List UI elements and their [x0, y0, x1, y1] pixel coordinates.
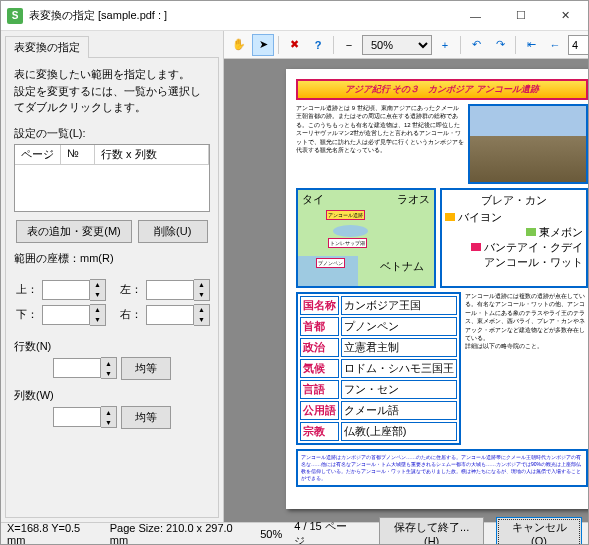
first-page-icon[interactable]: ⇤: [520, 34, 542, 56]
cancel-button-footer[interactable]: キャンセル(Q): [496, 517, 582, 545]
bottom-input[interactable]: [42, 305, 90, 325]
minimize-button[interactable]: —: [453, 1, 498, 31]
cols-spin-up[interactable]: ▲: [101, 407, 116, 417]
col-page[interactable]: ページ: [15, 145, 61, 164]
prev-page-icon[interactable]: ←: [544, 34, 566, 56]
left-spin-up[interactable]: ▲: [194, 280, 209, 290]
tab-table-convert[interactable]: 表変換の指定: [5, 36, 89, 58]
right-spin-up[interactable]: ▲: [194, 305, 209, 315]
doc-map: タイ ラオス ベトナム アンコール遺跡 トンレサップ湖 プノンペン: [296, 188, 436, 288]
doc-para1: アンコール遺跡とは 9 世紀頃、東南アジアにあったクメール王朝首都の跡。またはそ…: [296, 104, 464, 184]
rows-even-button[interactable]: 均等: [121, 357, 171, 380]
rows-input[interactable]: [53, 358, 101, 378]
zoom-select[interactable]: 50%: [362, 35, 432, 55]
left-label: 左：: [118, 282, 142, 297]
rotate-left-icon[interactable]: ↶: [465, 34, 487, 56]
doc-photo: [468, 104, 588, 184]
window-title: 表変換の指定 [sample.pdf : ]: [29, 8, 453, 23]
settings-list-label: 設定の一覧(L):: [14, 126, 210, 141]
document-area[interactable]: アジア紀行 その３ カンボジア アンコール遺跡 アンコール遺跡とは 9 世紀頃、…: [224, 59, 588, 522]
left-input[interactable]: [146, 280, 194, 300]
left-spin-down[interactable]: ▼: [194, 290, 209, 300]
rows-label: 行数(N): [14, 339, 210, 354]
right-label: 右：: [118, 307, 142, 322]
doc-para2: アンコール遺跡には複数の遺跡が点在している。有名なアンコール・ワットの他、アンコ…: [465, 292, 588, 445]
doc-legend: ブレア・カン バイヨン 東メボン バンテアイ・クデイ アンコール・ワット: [440, 188, 588, 288]
rows-spin-up[interactable]: ▲: [101, 358, 116, 368]
zoom-in-icon[interactable]: +: [434, 34, 456, 56]
top-input[interactable]: [42, 280, 90, 300]
close-button[interactable]: ✕: [543, 1, 588, 31]
add-edit-table-button[interactable]: 表の追加・変更(M): [16, 220, 132, 243]
status-xy: X=168.8 Y=0.5 mm: [7, 522, 98, 546]
bottom-label: 下：: [14, 307, 38, 322]
delete-button[interactable]: 削除(U): [138, 220, 208, 243]
bottom-spin-down[interactable]: ▼: [90, 315, 105, 325]
description-text: 表に変換したい範囲を指定します。 設定を変更するには、一覧から選択してダブルクリ…: [14, 66, 210, 116]
arrow-tool-icon[interactable]: ➤: [252, 34, 274, 56]
settings-listbox[interactable]: ページ № 行数 x 列数: [14, 144, 210, 212]
help-icon[interactable]: ?: [307, 34, 329, 56]
rows-spin-down[interactable]: ▼: [101, 368, 116, 378]
status-zoom: 50%: [260, 528, 282, 540]
page-input[interactable]: [568, 35, 588, 55]
save-exit-button[interactable]: 保存して終了...(H): [379, 517, 484, 545]
page-preview: アジア紀行 その３ カンボジア アンコール遺跡 アンコール遺跡とは 9 世紀頃、…: [286, 69, 588, 509]
status-pages: 4 / 15 ページ: [294, 519, 355, 546]
doc-footer: アンコール遺跡はカンボジアの首都プノンペン……のために住居する。アンコール遺跡帯…: [296, 449, 588, 487]
coord-label: 範囲の座標：mm(R): [14, 251, 210, 266]
top-spin-up[interactable]: ▲: [90, 280, 105, 290]
cols-input[interactable]: [53, 407, 101, 427]
right-input[interactable]: [146, 305, 194, 325]
maximize-button[interactable]: ☐: [498, 1, 543, 31]
doc-info-table: 国名称カンボジア王国 首都プノンペン 政治立憲君主制 気候ロドム・シハモ三国王 …: [296, 292, 461, 445]
cols-label: 列数(W): [14, 388, 210, 403]
status-pagesize: Page Size: 210.0 x 297.0 mm: [110, 522, 248, 546]
cancel-icon[interactable]: ✖: [283, 34, 305, 56]
cols-spin-down[interactable]: ▼: [101, 417, 116, 427]
top-label: 上：: [14, 282, 38, 297]
hand-tool-icon[interactable]: ✋: [228, 34, 250, 56]
zoom-out-icon[interactable]: −: [338, 34, 360, 56]
top-spin-down[interactable]: ▼: [90, 290, 105, 300]
col-rowscols[interactable]: 行数 x 列数: [95, 145, 209, 164]
rotate-right-icon[interactable]: ↷: [489, 34, 511, 56]
right-spin-down[interactable]: ▼: [194, 315, 209, 325]
bottom-spin-up[interactable]: ▲: [90, 305, 105, 315]
cols-even-button[interactable]: 均等: [121, 406, 171, 429]
app-icon: S: [7, 8, 23, 24]
doc-title: アジア紀行 その３ カンボジア アンコール遺跡: [296, 79, 588, 100]
col-num[interactable]: №: [61, 145, 95, 164]
